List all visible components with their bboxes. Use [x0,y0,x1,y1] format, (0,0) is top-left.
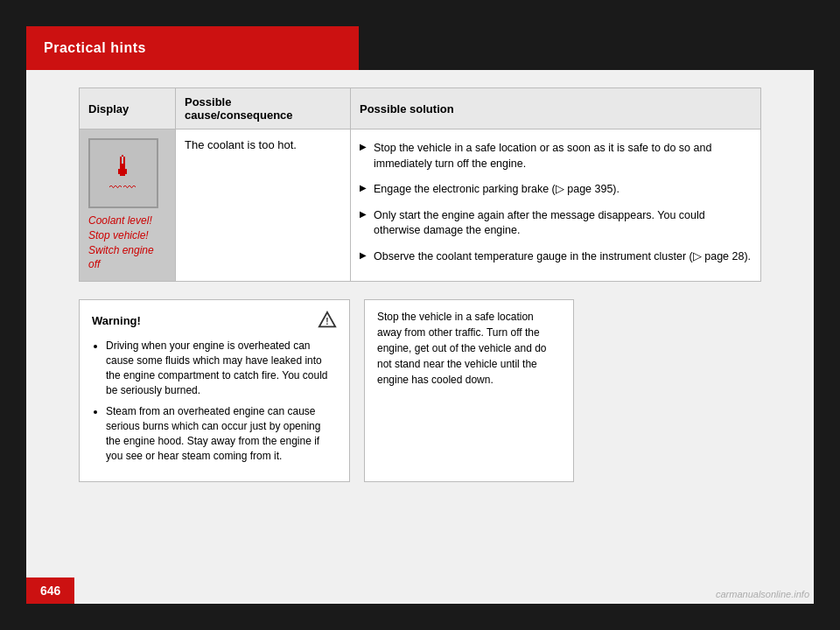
warning-title: Warning! [92,314,141,327]
warning-item-2: Steam from an overheated engine can caus… [106,404,337,463]
waves-icon: 〰〰 [109,180,137,194]
content-area: Display Possible cause/consequence Possi… [26,70,814,604]
watermark: carmanualsonline.info [716,589,809,599]
solution-item-3: Only start the engine again after the me… [360,206,752,242]
solution-item-4: Observe the coolant temperature gauge in… [360,247,752,268]
header-bar: Practical hints [26,26,814,70]
main-table: Display Possible cause/consequence Possi… [79,88,761,282]
solution-item-1: Stop the vehicle in a safe location or a… [360,138,752,174]
col-header-solution: Possible solution [351,88,761,130]
warning-triangle-icon: ! [318,311,337,330]
display-content: 🌡 〰〰 [88,138,166,214]
bottom-section: Warning! ! Driving when your engine is o… [79,299,761,481]
info-box: Stop the vehicle in a safe location away… [364,299,574,481]
cause-cell: The coolant is too hot. [176,130,351,282]
info-text: Stop the vehicle in a safe location away… [377,311,546,386]
header-red-section: Practical hints [26,26,359,70]
solution-item-2: Engage the electronic parking brake (▷ p… [360,179,752,200]
page-number: 646 [40,584,60,598]
cause-text: The coolant is too hot. [185,138,297,151]
warning-box: Warning! ! Driving when your engine is o… [79,299,350,481]
warning-list: Driving when your engine is overheated c… [92,339,337,463]
warning-header: Warning! ! [92,311,337,330]
col-header-display: Display [80,88,176,130]
solution-list: Stop the vehicle in a safe location or a… [360,138,752,267]
coolant-symbol: 🌡 〰〰 [109,152,137,194]
solution-cell: Stop the vehicle in a safe location or a… [351,130,761,282]
table-row: 🌡 〰〰 Coolant level! Stop vehicle! Switch… [80,130,761,282]
display-cell: 🌡 〰〰 Coolant level! Stop vehicle! Switch… [80,130,176,282]
col-header-cause: Possible cause/consequence [176,88,351,130]
warning-item-1: Driving when your engine is overheated c… [106,339,337,397]
svg-text:!: ! [326,317,328,326]
page-title: Practical hints [44,40,146,56]
thermometer-icon: 🌡 [109,152,137,180]
display-text: Coolant level! Stop vehicle! Switch engi… [88,214,166,272]
coolant-icon-box: 🌡 〰〰 [88,138,158,208]
page-number-bar: 646 [26,578,74,604]
